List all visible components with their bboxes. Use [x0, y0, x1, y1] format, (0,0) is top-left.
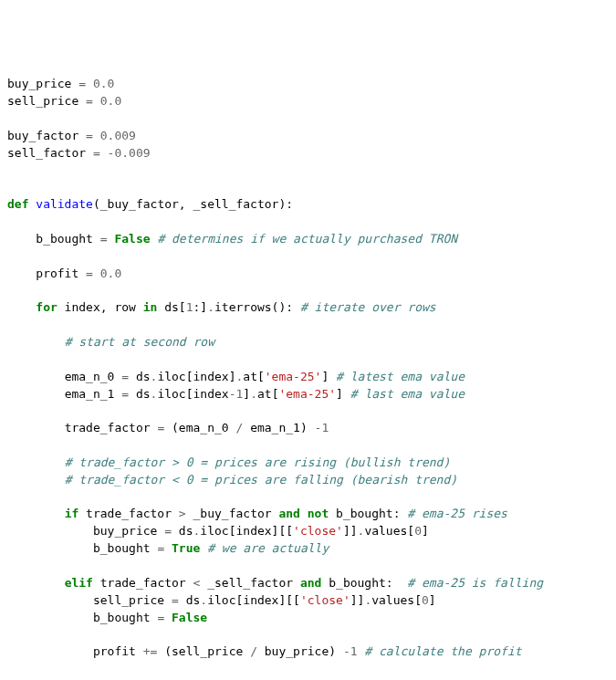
- kw-and: and: [300, 576, 321, 590]
- method: at[: [257, 387, 278, 401]
- text: ds[: [157, 300, 185, 314]
- string: 'ema-25': [265, 370, 322, 383]
- op: =: [100, 232, 108, 246]
- code-line: profit = 0.0: [7, 267, 121, 280]
- fn-name: validate: [36, 197, 93, 211]
- var: profit: [93, 644, 136, 658]
- comment: # ema-25 is falling: [407, 576, 543, 590]
- comment: # iterate over rows: [300, 300, 436, 314]
- text: :]: [193, 300, 208, 314]
- string: 'close': [293, 524, 343, 538]
- var: buy_price: [93, 524, 157, 538]
- code-line: sell_price = ds.iloc[index][['close']].v…: [7, 593, 436, 607]
- dot: .: [250, 387, 257, 401]
- bool: False: [114, 232, 150, 246]
- code-line: # trade_factor > 0 = prices are rising (…: [7, 455, 450, 469]
- text: ema_n_1): [243, 421, 314, 434]
- op: -: [229, 387, 236, 401]
- code-line: def validate(_buy_factor, _sell_factor):: [7, 197, 293, 211]
- text: buy_price): [257, 644, 343, 658]
- text: ]]: [343, 524, 358, 538]
- op: =: [86, 129, 93, 142]
- method: values[: [371, 593, 422, 607]
- code-line: ema_n_0 = ds.iloc[index].at['ema-25'] # …: [7, 370, 465, 383]
- method: iterrows():: [214, 300, 293, 314]
- op: =: [164, 524, 172, 538]
- text: ds: [129, 370, 150, 383]
- code-line: buy_price = ds.iloc[index][['close']].va…: [7, 524, 429, 538]
- op: =: [172, 593, 179, 607]
- code-line: sell_price = 0.0: [7, 94, 121, 108]
- text: _buy_factor: [186, 507, 279, 520]
- comment: # start at second row: [65, 335, 214, 349]
- kw-for: for: [36, 300, 57, 314]
- num: 0.009: [100, 129, 136, 142]
- comment: # ema-25 rises: [407, 507, 507, 520]
- op: =: [78, 77, 86, 90]
- text: ds: [172, 524, 193, 538]
- op: >: [179, 507, 186, 520]
- dot: .: [207, 300, 214, 314]
- var: b_bought: [36, 232, 93, 246]
- code-line: for index, row in ds[1:].iterrows(): # i…: [7, 300, 436, 314]
- string: 'ema-25': [278, 387, 336, 401]
- var: buy_factor: [7, 129, 78, 142]
- params: (_buy_factor, _sell_factor):: [93, 197, 293, 211]
- code-line: # trade_factor < 0 = prices are falling …: [7, 473, 457, 486]
- op: =: [86, 94, 93, 108]
- kw-not: not: [308, 507, 329, 520]
- num: 0: [422, 593, 429, 607]
- kw-if: if: [65, 507, 79, 520]
- var: b_bought: [93, 541, 151, 555]
- var: buy_price: [7, 77, 71, 90]
- op: =: [157, 541, 164, 555]
- comment: # trade_factor < 0 = prices are falling …: [65, 473, 457, 486]
- dot: .: [200, 593, 207, 607]
- text: b_bought:: [329, 507, 400, 520]
- method: values[: [364, 524, 414, 538]
- bool: False: [172, 611, 207, 624]
- text: b_bought:: [321, 576, 392, 590]
- var: sell_price: [93, 593, 164, 607]
- kw-elif: elif: [65, 576, 93, 590]
- text: ]: [422, 524, 429, 538]
- code-line: # start at second row: [7, 335, 214, 349]
- op: =: [157, 611, 164, 624]
- code-line: ema_n_1 = ds.iloc[index-1].at['ema-25'] …: [7, 387, 465, 401]
- string: 'close': [300, 593, 350, 607]
- num: 1: [321, 421, 329, 434]
- num: 0.009: [114, 146, 150, 160]
- text: ]: [429, 593, 436, 607]
- comment: # calculate the profit: [364, 644, 521, 658]
- op: /: [250, 644, 257, 658]
- op: =: [93, 146, 100, 160]
- num: 1: [186, 300, 193, 314]
- method: iloc[index: [157, 387, 228, 401]
- text: trade_factor: [93, 576, 193, 590]
- text: ]: [321, 370, 329, 383]
- method: iloc[index][[: [200, 524, 293, 538]
- comment: # trade_factor > 0 = prices are rising (…: [65, 455, 451, 469]
- var: sell_price: [7, 94, 78, 108]
- comment: # we are actually: [207, 541, 329, 555]
- code-line: b_bought = False: [7, 611, 207, 624]
- code-line: b_bought = True # we are actually: [7, 541, 329, 555]
- op: +=: [143, 644, 158, 658]
- num: 0.0: [93, 77, 114, 90]
- text: ]: [243, 387, 250, 401]
- comment: # last ema value: [350, 387, 465, 401]
- op: -: [343, 644, 350, 658]
- var: b_bought: [93, 611, 151, 624]
- kw-and: and: [278, 507, 299, 520]
- code-line: elif trade_factor < _sell_factor and b_b…: [7, 576, 543, 590]
- code-block: buy_price = 0.0 sell_price = 0.0 buy_fac…: [7, 76, 609, 680]
- code-line: trade_factor = (ema_n_0 / ema_n_1) -1: [7, 421, 329, 434]
- num: 0: [414, 524, 422, 538]
- text: ds: [129, 387, 150, 401]
- code-line: buy_price = 0.0: [7, 77, 114, 90]
- var: ema_n_0: [65, 370, 115, 383]
- kw-in: in: [143, 300, 158, 314]
- var: ema_n_1: [65, 387, 115, 401]
- method: at[: [243, 370, 264, 383]
- method: iloc[index][[: [207, 593, 300, 607]
